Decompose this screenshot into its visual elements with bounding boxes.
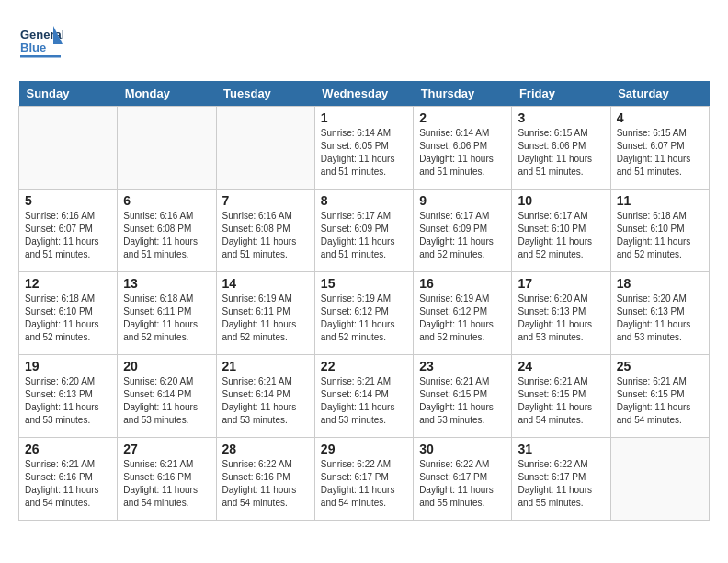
calendar-cell: 5Sunrise: 6:16 AMSunset: 6:07 PMDaylight… <box>19 190 118 272</box>
sunset-text: Sunset: 6:17 PM <box>518 471 604 484</box>
day-header-friday: Friday <box>512 81 610 107</box>
calendar-cell: 13Sunrise: 6:18 AMSunset: 6:11 PMDayligh… <box>118 272 216 355</box>
day-info: Sunrise: 6:21 AMSunset: 6:16 PMDaylight:… <box>123 458 210 510</box>
sunrise-text: Sunrise: 6:21 AM <box>222 375 309 388</box>
day-info: Sunrise: 6:19 AMSunset: 6:11 PMDaylight:… <box>222 293 309 344</box>
day-info: Sunrise: 6:18 AMSunset: 6:10 PMDaylight:… <box>25 293 111 344</box>
sunset-text: Sunset: 6:07 PM <box>617 140 703 153</box>
day-info: Sunrise: 6:14 AMSunset: 6:06 PMDaylight:… <box>419 127 506 178</box>
daylight-text: Daylight: 11 hours and 51 minutes. <box>123 236 210 261</box>
day-info: Sunrise: 6:16 AMSunset: 6:08 PMDaylight:… <box>222 210 309 261</box>
daylight-text: Daylight: 11 hours and 53 minutes. <box>518 318 604 344</box>
sunset-text: Sunset: 6:13 PM <box>25 388 111 401</box>
calendar-cell: 18Sunrise: 6:20 AMSunset: 6:13 PMDayligh… <box>610 272 709 355</box>
sunset-text: Sunset: 6:10 PM <box>617 223 703 236</box>
week-row-3: 12Sunrise: 6:18 AMSunset: 6:10 PMDayligh… <box>19 272 710 355</box>
day-header-wednesday: Wednesday <box>314 81 413 107</box>
sunrise-text: Sunrise: 6:17 AM <box>518 210 604 223</box>
daylight-text: Daylight: 11 hours and 53 minutes. <box>419 401 506 427</box>
sunrise-text: Sunrise: 6:21 AM <box>25 458 111 471</box>
day-number: 23 <box>419 359 506 373</box>
calendar-cell: 17Sunrise: 6:20 AMSunset: 6:13 PMDayligh… <box>512 272 610 355</box>
day-info: Sunrise: 6:21 AMSunset: 6:15 PMDaylight:… <box>419 375 506 427</box>
sunrise-text: Sunrise: 6:18 AM <box>123 293 210 305</box>
day-info: Sunrise: 6:17 AMSunset: 6:09 PMDaylight:… <box>419 210 506 261</box>
day-number: 9 <box>419 193 506 208</box>
sunset-text: Sunset: 6:13 PM <box>518 305 604 318</box>
svg-text:Blue: Blue <box>20 40 46 54</box>
sunrise-text: Sunrise: 6:20 AM <box>518 293 604 305</box>
daylight-text: Daylight: 11 hours and 55 minutes. <box>518 484 604 510</box>
sunrise-text: Sunrise: 6:15 AM <box>617 127 703 140</box>
daylight-text: Daylight: 11 hours and 53 minutes. <box>617 318 703 344</box>
day-info: Sunrise: 6:19 AMSunset: 6:12 PMDaylight:… <box>321 293 407 344</box>
day-info: Sunrise: 6:17 AMSunset: 6:09 PMDaylight:… <box>321 210 407 261</box>
daylight-text: Daylight: 11 hours and 52 minutes. <box>419 318 506 344</box>
daylight-text: Daylight: 11 hours and 52 minutes. <box>25 318 111 344</box>
day-number: 12 <box>25 276 111 291</box>
sunset-text: Sunset: 6:14 PM <box>321 388 407 401</box>
day-number: 29 <box>321 442 407 456</box>
calendar-table: SundayMondayTuesdayWednesdayThursdayFrid… <box>18 81 710 521</box>
sunset-text: Sunset: 6:06 PM <box>419 140 506 153</box>
sunrise-text: Sunrise: 6:17 AM <box>321 210 407 223</box>
daylight-text: Daylight: 11 hours and 52 minutes. <box>321 318 407 344</box>
day-info: Sunrise: 6:20 AMSunset: 6:13 PMDaylight:… <box>25 375 111 427</box>
day-info: Sunrise: 6:19 AMSunset: 6:12 PMDaylight:… <box>419 293 506 344</box>
sunset-text: Sunset: 6:15 PM <box>518 388 604 401</box>
sunset-text: Sunset: 6:08 PM <box>222 223 309 236</box>
sunrise-text: Sunrise: 6:19 AM <box>419 293 506 305</box>
day-info: Sunrise: 6:21 AMSunset: 6:16 PMDaylight:… <box>25 458 111 510</box>
day-info: Sunrise: 6:20 AMSunset: 6:13 PMDaylight:… <box>518 293 604 344</box>
calendar-cell: 31Sunrise: 6:22 AMSunset: 6:17 PMDayligh… <box>512 438 610 521</box>
day-info: Sunrise: 6:20 AMSunset: 6:13 PMDaylight:… <box>617 293 703 344</box>
daylight-text: Daylight: 11 hours and 53 minutes. <box>25 401 111 427</box>
calendar-cell: 7Sunrise: 6:16 AMSunset: 6:08 PMDaylight… <box>216 190 314 272</box>
daylight-text: Daylight: 11 hours and 52 minutes. <box>518 236 604 261</box>
day-info: Sunrise: 6:18 AMSunset: 6:11 PMDaylight:… <box>123 293 210 344</box>
day-number: 28 <box>222 442 309 456</box>
svg-rect-3 <box>20 55 61 58</box>
sunset-text: Sunset: 6:06 PM <box>518 140 604 153</box>
calendar-cell: 27Sunrise: 6:21 AMSunset: 6:16 PMDayligh… <box>118 438 216 521</box>
day-number: 1 <box>321 110 407 125</box>
calendar-cell <box>610 438 709 521</box>
sunset-text: Sunset: 6:11 PM <box>123 305 210 318</box>
sunrise-text: Sunrise: 6:21 AM <box>419 375 506 388</box>
day-info: Sunrise: 6:18 AMSunset: 6:10 PMDaylight:… <box>617 210 703 261</box>
day-info: Sunrise: 6:20 AMSunset: 6:14 PMDaylight:… <box>123 375 210 427</box>
day-number: 2 <box>419 110 506 125</box>
sunset-text: Sunset: 6:16 PM <box>123 471 210 484</box>
sunrise-text: Sunrise: 6:22 AM <box>518 458 604 471</box>
daylight-text: Daylight: 11 hours and 54 minutes. <box>222 484 309 510</box>
sunset-text: Sunset: 6:16 PM <box>25 471 111 484</box>
calendar-cell: 24Sunrise: 6:21 AMSunset: 6:15 PMDayligh… <box>512 355 610 438</box>
day-number: 26 <box>25 442 111 456</box>
sunrise-text: Sunrise: 6:21 AM <box>321 375 407 388</box>
day-number: 8 <box>321 193 407 208</box>
day-number: 31 <box>518 442 604 456</box>
day-number: 25 <box>617 359 703 373</box>
calendar-cell: 10Sunrise: 6:17 AMSunset: 6:10 PMDayligh… <box>512 190 610 272</box>
day-number: 10 <box>518 193 604 208</box>
sunrise-text: Sunrise: 6:20 AM <box>617 293 703 305</box>
daylight-text: Daylight: 11 hours and 51 minutes. <box>419 153 506 178</box>
calendar-cell <box>216 107 314 190</box>
sunrise-text: Sunrise: 6:16 AM <box>123 210 210 223</box>
sunrise-text: Sunrise: 6:19 AM <box>321 293 407 305</box>
calendar-cell: 15Sunrise: 6:19 AMSunset: 6:12 PMDayligh… <box>314 272 413 355</box>
day-number: 18 <box>617 276 703 291</box>
daylight-text: Daylight: 11 hours and 51 minutes. <box>222 236 309 261</box>
day-number: 17 <box>518 276 604 291</box>
day-info: Sunrise: 6:22 AMSunset: 6:17 PMDaylight:… <box>419 458 506 510</box>
day-info: Sunrise: 6:21 AMSunset: 6:14 PMDaylight:… <box>321 375 407 427</box>
calendar-cell: 23Sunrise: 6:21 AMSunset: 6:15 PMDayligh… <box>414 355 512 438</box>
day-number: 15 <box>321 276 407 291</box>
day-number: 16 <box>419 276 506 291</box>
day-info: Sunrise: 6:22 AMSunset: 6:17 PMDaylight:… <box>321 458 407 510</box>
daylight-text: Daylight: 11 hours and 54 minutes. <box>617 401 703 427</box>
sunset-text: Sunset: 6:17 PM <box>321 471 407 484</box>
calendar-cell: 16Sunrise: 6:19 AMSunset: 6:12 PMDayligh… <box>414 272 512 355</box>
daylight-text: Daylight: 11 hours and 51 minutes. <box>321 236 407 261</box>
day-number: 24 <box>518 359 604 373</box>
